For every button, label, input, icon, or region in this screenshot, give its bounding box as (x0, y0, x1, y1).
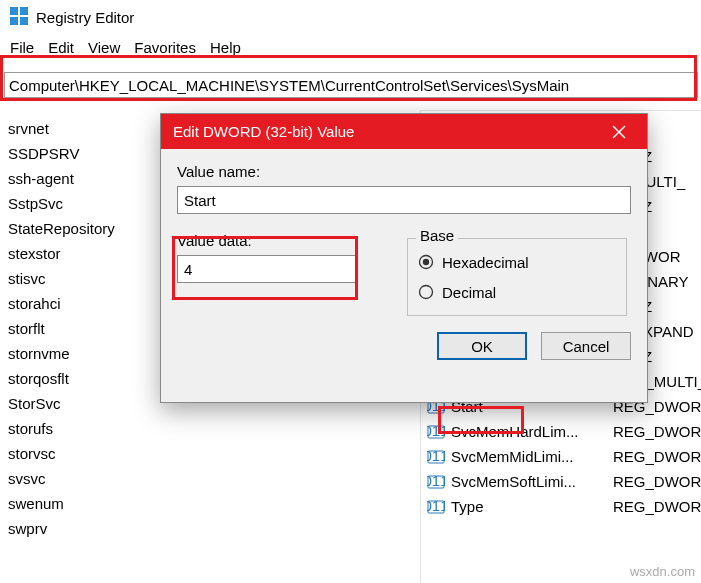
hex-label: Hexadecimal (442, 254, 529, 271)
svg-text:011: 011 (427, 473, 445, 489)
value-name: SvcMemMidLimi... (451, 448, 607, 465)
dec-label: Decimal (442, 284, 496, 301)
radio-unselected-icon (418, 284, 434, 300)
dialog-close-button[interactable] (603, 116, 635, 148)
value-name: SvcMemSoftLimi... (451, 473, 607, 490)
value-row[interactable]: 011TypeREG_DWOR (427, 494, 695, 519)
tree-item[interactable]: stexstor (4, 241, 160, 266)
dialog-titlebar: Edit DWORD (32-bit) Value (161, 114, 647, 149)
value-type: REG_DWOR (613, 448, 701, 465)
tree-item[interactable]: SSDPSRV (4, 141, 160, 166)
svg-text:011: 011 (427, 423, 445, 439)
tree-item[interactable]: svsvc (4, 466, 160, 491)
reg-value-icon: 011 (427, 498, 445, 516)
tree-item[interactable]: storvsc (4, 441, 160, 466)
edit-dword-dialog: Edit DWORD (32-bit) Value Value name: Va… (160, 113, 648, 403)
value-name: Type (451, 498, 607, 515)
tree-item[interactable]: StateRepository (4, 216, 160, 241)
tree-item[interactable]: storflt (4, 316, 160, 341)
tree-item[interactable]: swprv (4, 516, 160, 541)
value-type: REG_DWOR (613, 498, 701, 515)
key-tree[interactable]: srvnetSSDPSRVssh-agentSstpSvcStateReposi… (0, 110, 164, 583)
value-row[interactable]: 011SvcMemHardLim...REG_DWOR (427, 419, 695, 444)
cancel-label: Cancel (563, 338, 610, 355)
value-data-input[interactable] (177, 255, 357, 283)
reg-value-icon: 011 (427, 423, 445, 441)
tree-item[interactable]: storufs (4, 416, 160, 441)
watermark: wsxdn.com (630, 564, 695, 579)
radio-selected-icon (418, 254, 434, 270)
value-row[interactable]: 011SvcMemMidLimi...REG_DWOR (427, 444, 695, 469)
svg-rect-2 (10, 17, 18, 25)
tree-item[interactable]: srvnet (4, 116, 160, 141)
tree-item[interactable]: SstpSvc (4, 191, 160, 216)
regedit-icon (10, 7, 28, 28)
reg-value-icon: 011 (427, 473, 445, 491)
radio-hexadecimal[interactable]: Hexadecimal (418, 247, 616, 277)
reg-value-icon: 011 (427, 448, 445, 466)
address-input[interactable] (4, 72, 698, 98)
value-name: SvcMemHardLim... (451, 423, 607, 440)
menu-file[interactable]: File (10, 39, 34, 56)
tree-item[interactable]: swenum (4, 491, 160, 516)
value-name-label: Value name: (177, 163, 631, 180)
tree-item[interactable]: storahci (4, 291, 160, 316)
menu-edit[interactable]: Edit (48, 39, 74, 56)
value-name-input[interactable] (177, 186, 631, 214)
svg-rect-3 (20, 17, 28, 25)
address-bar (0, 70, 701, 100)
value-data-label: Value data: (177, 232, 387, 249)
menu-help[interactable]: Help (210, 39, 241, 56)
cancel-button[interactable]: Cancel (541, 332, 631, 360)
svg-point-40 (420, 286, 433, 299)
tree-item[interactable]: ssh-agent (4, 166, 160, 191)
dialog-title: Edit DWORD (32-bit) Value (173, 123, 354, 140)
window-titlebar: Registry Editor (0, 0, 701, 34)
value-row[interactable]: 011SvcMemSoftLimi...REG_DWOR (427, 469, 695, 494)
svg-text:011: 011 (427, 498, 445, 514)
tree-item[interactable]: stornvme (4, 341, 160, 366)
ok-label: OK (471, 338, 493, 355)
base-fieldset: Base Hexadecimal Decimal (407, 238, 627, 316)
ok-button[interactable]: OK (437, 332, 527, 360)
base-label: Base (416, 227, 458, 244)
window-title: Registry Editor (36, 9, 134, 26)
radio-decimal[interactable]: Decimal (418, 277, 616, 307)
tree-item[interactable]: stisvc (4, 266, 160, 291)
value-type: REG_DWOR (613, 473, 701, 490)
svg-text:011: 011 (427, 448, 445, 464)
close-icon (612, 125, 626, 139)
value-type: REG_DWOR (613, 423, 701, 440)
tree-item[interactable]: storqosflt (4, 366, 160, 391)
svg-point-39 (423, 259, 429, 265)
svg-rect-0 (10, 7, 18, 15)
svg-rect-1 (20, 7, 28, 15)
tree-item[interactable]: StorSvc (4, 391, 160, 416)
menu-view[interactable]: View (88, 39, 120, 56)
menu-favorites[interactable]: Favorites (134, 39, 196, 56)
menu-bar: File Edit View Favorites Help (0, 34, 701, 60)
